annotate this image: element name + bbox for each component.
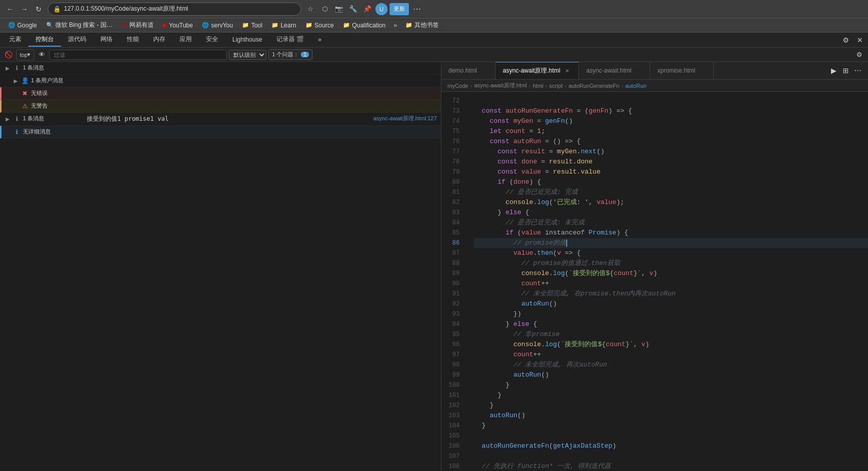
breadcrumb-script[interactable]: script bbox=[549, 83, 563, 89]
address-bar[interactable]: 🔒 127.0.0.1:5500/myCode/async-await原理.ht… bbox=[48, 3, 301, 16]
more-button[interactable]: ⋯ bbox=[411, 3, 423, 15]
code-line-72 bbox=[474, 96, 868, 106]
url-text: 127.0.0.1:5500/myCode/async-await原理.html bbox=[64, 5, 188, 13]
tab-console[interactable]: 控制台 bbox=[28, 33, 61, 47]
clear-console-button[interactable]: 🚫 bbox=[3, 49, 14, 60]
bookmark-tool[interactable]: 📁 Tool bbox=[238, 21, 266, 30]
run-button[interactable]: ▶ bbox=[827, 64, 840, 77]
screenshot-button[interactable]: 📷 bbox=[333, 3, 345, 15]
devtools-settings[interactable]: ⚙ bbox=[840, 34, 852, 46]
code-line-75: let count = 1; bbox=[474, 126, 868, 137]
msg-source-main[interactable]: async-await原理.html:127 bbox=[369, 114, 441, 123]
devtools-close[interactable]: ✕ bbox=[854, 34, 866, 46]
bookmark-learn[interactable]: 📁 Learn bbox=[267, 21, 300, 30]
console-panel: ▶ ℹ 1 条消息 ▶ 👤 1 条用户消息 ▶ ✖ bbox=[0, 62, 441, 471]
editor-tab-actions: ▶ ⊞ ⋯ bbox=[827, 64, 868, 77]
bookmarks-bar: 🌐 Google 🔍 微软 Bing 搜索 - 国… 有 网易有道 ▶ YouT… bbox=[0, 18, 868, 32]
code-line-86: // promise的值 bbox=[474, 238, 868, 248]
tab-performance[interactable]: 性能 bbox=[120, 33, 146, 47]
cast-button[interactable]: ⬡ bbox=[319, 3, 331, 15]
code-line-84: // 是否已近完成: 未完成 bbox=[474, 218, 868, 228]
code-line-81: // 是否已近完成: 完成 bbox=[474, 187, 868, 197]
youtube-label: YouTube bbox=[169, 22, 193, 29]
msg-left-main: ▶ ℹ 1 条消息 bbox=[2, 114, 83, 124]
bookmark-source[interactable]: 📁 Source bbox=[301, 21, 338, 30]
close-demo-tab[interactable] bbox=[480, 66, 488, 75]
bookmark-other[interactable]: 📁 其他书签 bbox=[401, 20, 443, 30]
update-button[interactable]: 更新 bbox=[390, 3, 409, 15]
close-xpromise-tab[interactable] bbox=[698, 66, 706, 75]
servyou-icon: 🌐 bbox=[202, 22, 209, 28]
bookmark-bing[interactable]: 🔍 微软 Bing 搜索 - 国… bbox=[42, 20, 117, 30]
bookmark-google[interactable]: 🌐 Google bbox=[4, 21, 41, 30]
tab-sources[interactable]: 源代码 bbox=[61, 33, 93, 47]
msg-left-info: ▶ ℹ 无详细消息 bbox=[2, 127, 83, 137]
code-line-97: count++ bbox=[474, 350, 868, 360]
bookmarks-more-button[interactable]: » bbox=[391, 21, 400, 30]
breadcrumb-html[interactable]: html bbox=[533, 83, 543, 89]
bookmark-youtube[interactable]: ▶ YouTube bbox=[159, 21, 197, 30]
extensions-button[interactable]: 🔧 bbox=[347, 3, 359, 15]
issues-label: 1 个问题： bbox=[272, 51, 299, 58]
msg-icon-main: ℹ bbox=[13, 115, 21, 123]
console-settings-button[interactable]: ⚙ bbox=[854, 49, 865, 60]
close-async-await2-tab[interactable] bbox=[635, 66, 643, 75]
devtools-actions: ⚙ ✕ bbox=[840, 34, 866, 46]
editor-tab-demo[interactable]: demo.html bbox=[441, 62, 496, 80]
console-top-filter[interactable]: top ▾ bbox=[16, 49, 34, 60]
pin-button[interactable]: 📌 bbox=[361, 3, 373, 15]
code-editor: demo.html async-await原理.html ✕ async-awa… bbox=[441, 62, 868, 471]
split-editor-button[interactable]: ⊞ bbox=[840, 64, 852, 77]
code-line-87: value.then(v => { bbox=[474, 248, 868, 258]
editor-tab-xpromise[interactable]: xpromise.html bbox=[650, 62, 714, 80]
code-lines: const autoRunGenerateFn = (genFn) => { c… bbox=[466, 92, 868, 471]
tab-elements[interactable]: 元素 bbox=[2, 33, 28, 47]
bookmark-button[interactable]: ☆ bbox=[304, 3, 317, 15]
reload-button[interactable]: ↻ bbox=[32, 3, 45, 15]
bookmark-qualification[interactable]: 📁 Qualification bbox=[339, 21, 390, 30]
editor-tab-async-await2[interactable]: async-await.html bbox=[579, 62, 650, 80]
tab-recorder[interactable]: 记录器 🎬 bbox=[269, 33, 311, 47]
tab-application[interactable]: 应用 bbox=[172, 33, 199, 47]
learn-label: Learn bbox=[281, 22, 296, 29]
breadcrumb-file[interactable]: async-await原理.html bbox=[474, 82, 527, 89]
console-msg-1: ▶ ℹ 1 条消息 bbox=[0, 62, 441, 75]
bookmark-servyou[interactable]: 🌐 servYou bbox=[198, 21, 237, 30]
forward-button[interactable]: → bbox=[18, 3, 30, 15]
breadcrumb-mycode[interactable]: myCode bbox=[447, 83, 468, 89]
error-icon: ✖ bbox=[21, 89, 29, 97]
issues-badge[interactable]: 1 个问题： 1 bbox=[268, 49, 313, 60]
breadcrumb-autorun[interactable]: autoRun bbox=[626, 83, 647, 89]
error-label: 无错误 bbox=[31, 89, 48, 97]
info-content bbox=[83, 127, 441, 129]
code-line-100: } bbox=[474, 380, 868, 390]
code-line-102: } bbox=[474, 400, 868, 411]
code-line-107 bbox=[474, 451, 868, 461]
console-eye-button[interactable]: 👁 bbox=[36, 49, 47, 60]
filter-input[interactable] bbox=[49, 50, 227, 60]
code-line-74: const myGen = genFn() bbox=[474, 116, 868, 126]
expand-arrow-main[interactable]: ▶ bbox=[5, 115, 11, 123]
msg-left-2: ▶ 👤 1 条用户消息 bbox=[10, 76, 91, 86]
msg-icon-1: ℹ bbox=[13, 64, 21, 72]
tab-lighthouse[interactable]: Lighthouse bbox=[225, 34, 269, 46]
msg-label-2: 1 条用户消息 bbox=[31, 77, 63, 84]
more-editor-button[interactable]: ⋯ bbox=[852, 64, 864, 77]
expand-arrow-1[interactable]: ▶ bbox=[5, 64, 11, 72]
bookmark-youdao[interactable]: 有 网易有道 bbox=[118, 20, 158, 30]
editor-tab-async-await[interactable]: async-await原理.html ✕ bbox=[496, 62, 579, 80]
code-line-104: } bbox=[474, 421, 868, 431]
profile-button[interactable]: U bbox=[375, 3, 388, 15]
google-icon: 🌐 bbox=[8, 22, 15, 28]
error-content bbox=[91, 88, 441, 90]
tab-network[interactable]: 网络 bbox=[93, 33, 120, 47]
back-button[interactable]: ← bbox=[4, 3, 16, 15]
close-async-await-tab[interactable]: ✕ bbox=[563, 67, 571, 75]
expand-arrow-2[interactable]: ▶ bbox=[13, 77, 19, 85]
tab-memory[interactable]: 内存 bbox=[146, 33, 172, 47]
nav-buttons: ← → ↻ bbox=[4, 3, 45, 15]
level-dropdown[interactable]: 默认级别 详细 信息 警告 错误 bbox=[229, 50, 266, 60]
devtools-more-tabs[interactable]: » bbox=[311, 34, 329, 46]
tab-security[interactable]: 安全 bbox=[199, 33, 225, 47]
breadcrumb-fn[interactable]: autoRunGenerateFn bbox=[569, 83, 619, 89]
